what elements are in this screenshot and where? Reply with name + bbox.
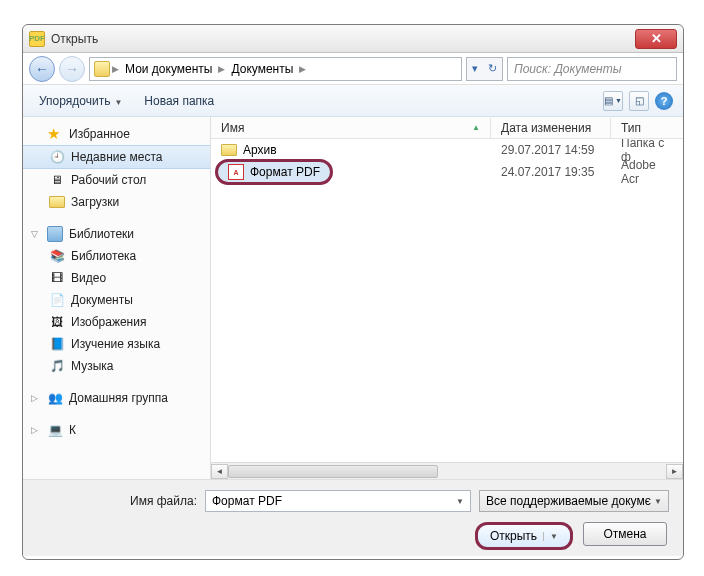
close-button[interactable]: ✕ xyxy=(635,29,677,49)
homegroup-icon: 👥 xyxy=(47,390,63,406)
desktop-icon: 🖥 xyxy=(49,172,65,188)
preview-pane-button[interactable]: ◱ xyxy=(629,91,649,111)
scroll-left-icon[interactable]: ◄ xyxy=(211,464,228,479)
file-type: Adobe Acr xyxy=(611,156,683,188)
body: ★Избранное 🕘Недавние места 🖥Рабочий стол… xyxy=(23,117,683,479)
horizontal-scrollbar[interactable]: ◄ ► xyxy=(211,462,683,479)
documents-icon: 📄 xyxy=(49,292,65,308)
window-title: Открыть xyxy=(51,32,98,46)
back-button[interactable]: ← xyxy=(29,56,55,82)
book-icon: 📘 xyxy=(49,336,65,352)
sidebar-item-downloads[interactable]: Загрузки xyxy=(23,191,210,213)
file-name: Архив xyxy=(243,143,277,157)
toolbar: Упорядочить▼ Новая папка ▤ ▼ ◱ ? xyxy=(23,85,683,117)
chevron-down-icon[interactable]: ▼ xyxy=(456,497,464,506)
scroll-right-icon[interactable]: ► xyxy=(666,464,683,479)
video-icon: 🎞 xyxy=(49,270,65,286)
sidebar-computer-head[interactable]: ▷💻К xyxy=(23,419,210,441)
sidebar-homegroup-head[interactable]: ▷👥Домашняя группа xyxy=(23,387,210,409)
app-icon: PDF xyxy=(29,31,45,47)
file-list: Имя▲ Дата изменения Тип Архив 29.07.2017… xyxy=(211,117,683,479)
file-type-filter[interactable]: Все поддерживаемые докумє▼ xyxy=(479,490,669,512)
library-icon: 📚 xyxy=(49,248,65,264)
filename-label: Имя файла: xyxy=(37,494,197,508)
sidebar-item-images[interactable]: 🖼Изображения xyxy=(23,311,210,333)
scroll-thumb[interactable] xyxy=(228,465,438,478)
sidebar-item-desktop[interactable]: 🖥Рабочий стол xyxy=(23,169,210,191)
breadcrumb-seg[interactable]: Мои документы xyxy=(121,60,216,78)
sidebar-item-language[interactable]: 📘Изучение языка xyxy=(23,333,210,355)
column-date[interactable]: Дата изменения xyxy=(491,118,611,138)
column-type[interactable]: Тип xyxy=(611,118,683,138)
downloads-icon xyxy=(49,194,65,210)
chevron-right-icon: ▶ xyxy=(218,64,225,74)
music-icon: 🎵 xyxy=(49,358,65,374)
sort-asc-icon: ▲ xyxy=(472,123,480,132)
organize-menu[interactable]: Упорядочить▼ xyxy=(33,91,128,111)
nav-bar: ← → ▶ Мои документы ▶ Документы ▶ ▾↻ Пои… xyxy=(23,53,683,85)
sidebar-item-music[interactable]: 🎵Музыка xyxy=(23,355,210,377)
column-name[interactable]: Имя▲ xyxy=(211,118,491,138)
chevron-down-icon: ▾ xyxy=(467,62,483,75)
chevron-down-icon: ▼ xyxy=(114,98,122,107)
file-date: 24.07.2017 19:35 xyxy=(491,163,611,181)
chevron-right-icon: ▶ xyxy=(299,64,306,74)
titlebar[interactable]: PDF Открыть ✕ xyxy=(23,25,683,53)
star-icon: ★ xyxy=(47,126,63,142)
path-dropdown[interactable]: ▾↻ xyxy=(466,57,503,81)
scroll-track[interactable] xyxy=(228,464,666,479)
file-row-pdf[interactable]: A Формат PDF 24.07.2017 19:35 Adobe Acr xyxy=(211,161,683,183)
help-icon[interactable]: ? xyxy=(655,92,673,110)
search-input[interactable]: Поиск: Документы xyxy=(507,57,677,81)
file-date: 29.07.2017 14:59 xyxy=(491,141,611,159)
pdf-icon: A xyxy=(228,164,244,180)
sidebar-item-library[interactable]: 📚Библиотека xyxy=(23,245,210,267)
breadcrumb[interactable]: ▶ Мои документы ▶ Документы ▶ xyxy=(89,57,462,81)
refresh-icon[interactable]: ↻ xyxy=(483,62,502,75)
sidebar-favorites-head[interactable]: ★Избранное xyxy=(23,123,210,145)
open-dialog: PDF Открыть ✕ ← → ▶ Мои документы ▶ Доку… xyxy=(22,24,684,560)
sidebar: ★Избранное 🕘Недавние места 🖥Рабочий стол… xyxy=(23,117,211,479)
column-headers: Имя▲ Дата изменения Тип xyxy=(211,117,683,139)
open-button[interactable]: Открыть▼ xyxy=(475,522,573,550)
new-folder-button[interactable]: Новая папка xyxy=(138,91,220,111)
computer-icon: 💻 xyxy=(47,422,63,438)
expand-icon: ▷ xyxy=(31,425,41,435)
collapse-icon: ▽ xyxy=(31,229,41,239)
chevron-down-icon[interactable]: ▼ xyxy=(654,497,662,506)
cancel-button[interactable]: Отмена xyxy=(583,522,667,546)
sidebar-item-documents[interactable]: 📄Документы xyxy=(23,289,210,311)
sidebar-item-recent[interactable]: 🕘Недавние места xyxy=(23,145,210,169)
sidebar-libraries-head[interactable]: ▽Библиотеки xyxy=(23,223,210,245)
breadcrumb-seg[interactable]: Документы xyxy=(227,60,297,78)
expand-icon: ▷ xyxy=(31,393,41,403)
split-chevron-icon[interactable]: ▼ xyxy=(543,532,558,541)
folder-icon xyxy=(94,61,110,77)
filename-input[interactable]: Формат PDF▼ xyxy=(205,490,471,512)
sidebar-item-video[interactable]: 🎞Видео xyxy=(23,267,210,289)
recent-icon: 🕘 xyxy=(49,149,65,165)
file-name: Формат PDF xyxy=(250,165,320,179)
bottom-panel: Имя файла: Формат PDF▼ Все поддерживаемы… xyxy=(23,479,683,556)
libraries-icon xyxy=(47,226,63,242)
chevron-right-icon: ▶ xyxy=(112,64,119,74)
images-icon: 🖼 xyxy=(49,314,65,330)
view-options-button[interactable]: ▤ ▼ xyxy=(603,91,623,111)
selection-highlight: A Формат PDF xyxy=(215,159,333,185)
forward-button[interactable]: → xyxy=(59,56,85,82)
folder-icon xyxy=(221,144,237,156)
